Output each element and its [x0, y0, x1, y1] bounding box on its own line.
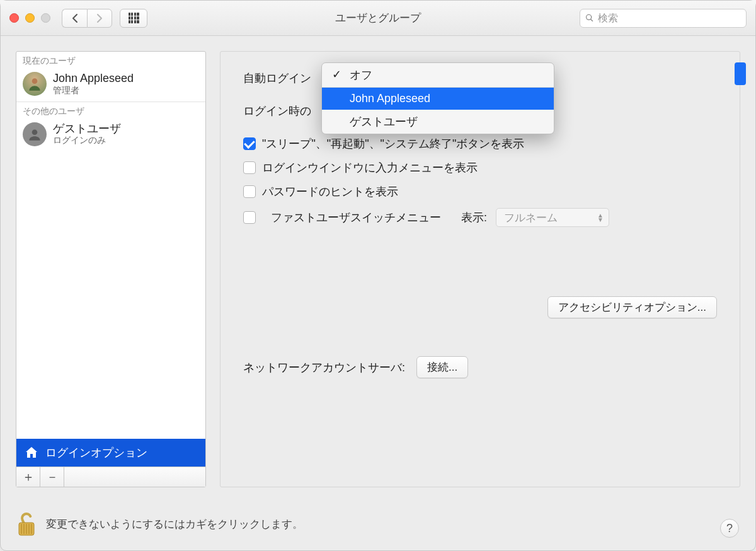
help-icon: ?: [726, 522, 733, 535]
traffic-lights: [9, 13, 50, 23]
input-menu-row: ログインウインドウに入力メニューを表示: [243, 160, 717, 175]
network-account-label: ネットワークアカウントサーバ:: [243, 360, 405, 375]
content-area: 現在のユーザ John Appleseed 管理者 その他のユーザ ゲストユーザ: [1, 36, 755, 502]
connect-button[interactable]: 接続...: [416, 356, 468, 378]
sleep-restart-label: "スリープ"、"再起動"、"システム終了"ボタンを表示: [262, 136, 524, 151]
stepper-arrows-icon: ▲▼: [597, 213, 604, 222]
user-role: ログインのみ: [53, 135, 121, 146]
login-time-label: ログイン時の: [243, 103, 311, 119]
fast-switch-label: ファストユーザスイッチメニュー: [271, 210, 441, 225]
chevron-left-icon: [72, 13, 78, 23]
person-icon: [26, 126, 43, 142]
lock-text: 変更できないようにするにはカギをクリックします。: [46, 517, 303, 531]
svg-point-1: [32, 129, 38, 135]
back-button[interactable]: [62, 9, 87, 28]
auto-login-dropdown[interactable]: オフ John Appleseed ゲストユーザ: [321, 62, 554, 134]
fast-switch-select-value: フルネーム: [504, 211, 558, 225]
dropdown-item-user-0[interactable]: John Appleseed: [322, 88, 554, 110]
sidebar-fill: [16, 151, 205, 439]
user-sidebar: 現在のユーザ John Appleseed 管理者 その他のユーザ ゲストユーザ: [16, 51, 206, 487]
footer: 変更できないようにするにはカギをクリックします。 ?: [1, 502, 755, 550]
apps-grid-icon: [129, 13, 139, 23]
add-user-button[interactable]: ＋: [16, 467, 40, 487]
guest-user-item[interactable]: ゲストユーザ ログインのみ: [16, 120, 205, 152]
user-name: John Appleseed: [53, 72, 134, 85]
current-user-item[interactable]: John Appleseed 管理者: [16, 69, 205, 102]
fast-switch-select[interactable]: フルネーム ▲▼: [496, 208, 609, 227]
accessibility-row: アクセシビリティオプション...: [243, 296, 717, 318]
svg-rect-6: [28, 524, 30, 534]
network-account-row: ネットワークアカウントサーバ: 接続...: [243, 356, 717, 378]
svg-point-0: [32, 79, 38, 84]
minimize-window-button[interactable]: [25, 13, 35, 23]
unlocked-lock-icon: [16, 510, 37, 538]
svg-rect-4: [23, 524, 25, 534]
person-icon: [26, 76, 43, 92]
user-role: 管理者: [53, 85, 134, 96]
login-options-label: ログインオプション: [45, 445, 147, 460]
fast-switch-checkbox[interactable]: [243, 211, 256, 224]
pw-hint-checkbox[interactable]: [243, 185, 256, 198]
svg-rect-7: [31, 524, 32, 534]
add-remove-bar: ＋ －: [16, 467, 205, 487]
pw-hint-label: パスワードのヒントを表示: [262, 184, 398, 199]
accessibility-options-button[interactable]: アクセシビリティオプション...: [547, 296, 717, 318]
user-name: ゲストユーザ: [53, 122, 121, 136]
pw-hint-row: パスワードのヒントを表示: [243, 184, 717, 199]
settings-panel: 自動ログイン ログイン時の "スリープ"、"再起動"、"システム終了"ボタンを表…: [220, 51, 740, 487]
sleep-restart-row: "スリープ"、"再起動"、"システム終了"ボタンを表示: [243, 136, 717, 151]
remove-user-button[interactable]: －: [40, 467, 64, 487]
dropdown-item-off[interactable]: オフ: [322, 63, 554, 87]
dropdown-item-user-1[interactable]: ゲストユーザ: [322, 110, 554, 134]
titlebar: ユーザとグループ: [1, 1, 755, 36]
user-text: ゲストユーザ ログインのみ: [53, 122, 121, 147]
user-text: John Appleseed 管理者: [53, 72, 134, 96]
fast-switch-show-label: 表示:: [461, 210, 487, 225]
avatar: [23, 72, 47, 96]
close-window-button[interactable]: [9, 13, 19, 23]
search-icon: [585, 13, 594, 23]
login-options-item[interactable]: ログインオプション: [16, 439, 205, 467]
nav-segment: [62, 9, 112, 28]
sleep-restart-checkbox[interactable]: [243, 137, 256, 150]
add-remove-fill: [64, 467, 205, 487]
current-user-label: 現在のユーザ: [16, 52, 205, 69]
prefs-window: ユーザとグループ 現在のユーザ John Appleseed 管理者 その他のユ…: [0, 0, 756, 551]
help-button[interactable]: ?: [720, 519, 739, 538]
forward-button[interactable]: [87, 9, 112, 28]
search-input[interactable]: [598, 13, 741, 24]
dropdown-edge-indicator: [735, 62, 746, 85]
auto-login-label: 自動ログイン: [243, 71, 311, 86]
zoom-window-button[interactable]: [41, 13, 50, 23]
home-icon: [24, 445, 39, 460]
chevron-right-icon: [96, 13, 103, 23]
avatar: [23, 122, 47, 146]
show-all-button[interactable]: [120, 9, 147, 28]
fast-switch-row: ファストユーザスイッチメニュー 表示: フルネーム ▲▼: [243, 208, 717, 227]
other-users-label: その他のユーザ: [16, 102, 205, 120]
lock-button[interactable]: [16, 510, 37, 538]
search-field[interactable]: [580, 9, 747, 28]
svg-rect-5: [26, 524, 27, 534]
svg-rect-3: [21, 524, 22, 534]
input-menu-label: ログインウインドウに入力メニューを表示: [262, 160, 478, 175]
input-menu-checkbox[interactable]: [243, 161, 256, 174]
